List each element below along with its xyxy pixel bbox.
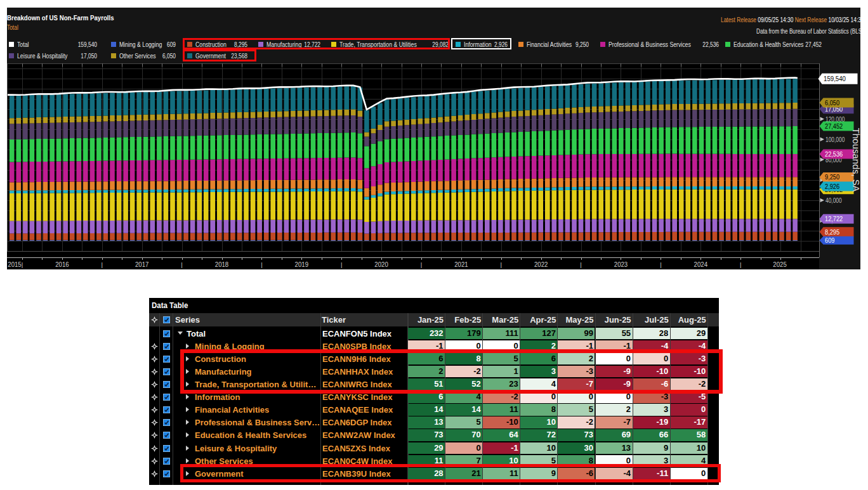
svg-text:609: 609: [825, 236, 835, 244]
svg-text:9,250: 9,250: [825, 174, 840, 181]
svg-text:2015: 2015: [8, 261, 22, 268]
svg-text:40,000: 40,000: [825, 197, 842, 204]
svg-text:2020: 2020: [374, 261, 388, 268]
svg-text:|: |: [740, 261, 741, 268]
svg-text:2,926: 2,926: [825, 183, 840, 190]
svg-text:100,000: 100,000: [825, 136, 845, 143]
svg-text:|: |: [421, 261, 422, 268]
svg-text:8,295: 8,295: [825, 228, 840, 236]
svg-text:Thousands, SA: Thousands, SA: [851, 128, 860, 193]
svg-text:|: |: [261, 261, 262, 268]
svg-text:|: |: [341, 261, 342, 268]
svg-text:2017: 2017: [135, 261, 149, 268]
svg-text:2024: 2024: [694, 261, 708, 268]
svg-text:2025: 2025: [773, 261, 787, 268]
svg-text:|: |: [580, 261, 581, 268]
svg-text:2019: 2019: [295, 261, 309, 268]
svg-text:|: |: [181, 261, 182, 268]
svg-text:2021: 2021: [454, 261, 468, 268]
svg-text:|: |: [102, 261, 103, 268]
svg-text:|: |: [501, 261, 502, 268]
svg-text:2018: 2018: [215, 261, 229, 268]
svg-text:12,722: 12,722: [825, 216, 843, 223]
svg-text:159,540: 159,540: [824, 75, 846, 83]
svg-text:2016: 2016: [55, 261, 69, 268]
svg-text:|: |: [660, 261, 661, 268]
svg-text:27,452: 27,452: [825, 122, 843, 130]
svg-text:22,536: 22,536: [825, 150, 843, 158]
svg-text:6,050: 6,050: [825, 99, 840, 106]
svg-text:2023: 2023: [614, 261, 628, 268]
svg-text:|: |: [22, 261, 23, 268]
svg-text:2022: 2022: [534, 261, 548, 268]
